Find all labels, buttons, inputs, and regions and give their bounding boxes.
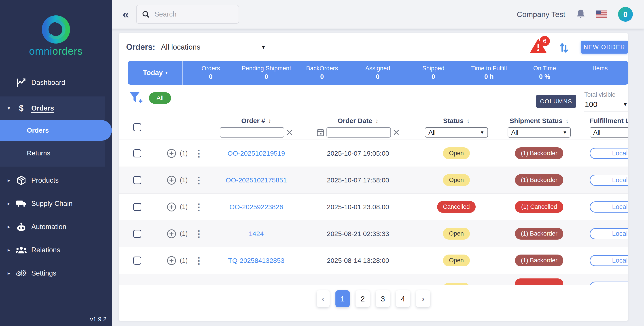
- pagination-page-4[interactable]: 4: [396, 290, 410, 307]
- row-checkbox[interactable]: [133, 149, 141, 158]
- stat-assigned: Assigned 0: [350, 61, 406, 85]
- shipment-status-badge: (1) Backorder: [515, 255, 563, 266]
- column-shipment-status: Shipment Status↕ All ▼: [494, 117, 584, 138]
- pagination-page-1[interactable]: 1: [336, 290, 350, 307]
- order-number-link[interactable]: OO-2025102175851: [226, 176, 287, 184]
- location-dropdown[interactable]: All locations ▼: [161, 43, 266, 51]
- order-number-link[interactable]: 1424: [249, 230, 264, 237]
- sidebar-item-settings[interactable]: ▸ ⚙⚙ Settings: [0, 262, 112, 285]
- page-header-actions: 6 NEW ORDER: [530, 39, 628, 56]
- fulfillment-filter-select[interactable]: All: [590, 127, 628, 138]
- search-input[interactable]: [154, 10, 228, 18]
- status-badge: Open: [443, 147, 470, 159]
- sort-column-icon[interactable]: ↕: [467, 118, 470, 124]
- row-menu-icon[interactable]: ⋮: [194, 256, 203, 265]
- expand-plus-icon[interactable]: [167, 256, 176, 265]
- stat-items: Items: [572, 61, 628, 85]
- order-number-filter-input[interactable]: [220, 127, 284, 138]
- global-search[interactable]: [136, 5, 239, 24]
- status-filter-select[interactable]: All ▼: [425, 127, 488, 138]
- chevron-down-icon: ▼: [623, 102, 628, 107]
- select-all-checkbox[interactable]: [133, 123, 141, 131]
- pagination-next-button[interactable]: ›: [416, 290, 430, 307]
- row-menu-icon[interactable]: ⋮: [194, 202, 203, 211]
- calendar-icon[interactable]: [317, 128, 324, 137]
- status-badge: Cancelled: [437, 201, 476, 213]
- order-date-filter-input[interactable]: [326, 127, 391, 138]
- fulfillment-badge[interactable]: Local: [590, 255, 628, 266]
- expand-plus-icon[interactable]: [167, 149, 176, 158]
- pagination-page-3[interactable]: 3: [376, 290, 390, 307]
- order-number-link[interactable]: TQ-202584132853: [228, 257, 284, 264]
- period-dropdown[interactable]: Today ▾: [128, 61, 183, 85]
- expand-plus-icon[interactable]: [167, 229, 176, 238]
- row-menu-icon[interactable]: ⋮: [194, 149, 203, 158]
- chevron-down-icon: ▾: [8, 105, 14, 111]
- content-area: Orders: All locations ▼ 6 NEW ORDER: [112, 29, 644, 326]
- stat-orders: Orders 0: [183, 61, 238, 85]
- filter-chip-all[interactable]: All: [149, 92, 171, 104]
- clear-filter-icon[interactable]: [393, 129, 399, 136]
- row-checkbox[interactable]: [133, 203, 141, 211]
- sidebar-label-products: Products: [31, 176, 58, 184]
- main-area: « Company Test: [112, 0, 644, 326]
- sidebar-item-dashboard[interactable]: Dashboard: [0, 71, 112, 94]
- pagination-page-2[interactable]: 2: [356, 290, 370, 307]
- new-order-button[interactable]: NEW ORDER: [581, 41, 628, 54]
- sort-column-icon[interactable]: ↕: [566, 118, 569, 124]
- chevron-down-icon: ▼: [562, 130, 567, 135]
- shipment-status-filter-select[interactable]: All ▼: [508, 127, 571, 138]
- sort-orders-icon[interactable]: [559, 41, 569, 53]
- sidebar-label-orders: Orders: [31, 104, 54, 112]
- expand-plus-icon[interactable]: [167, 175, 176, 185]
- row-checkbox[interactable]: [133, 257, 141, 265]
- people-icon: [14, 246, 28, 254]
- table-row-partial: [119, 274, 628, 285]
- sort-column-icon[interactable]: ↕: [376, 118, 378, 124]
- pagination-prev-button[interactable]: ‹: [317, 290, 330, 307]
- fulfillment-badge[interactable]: Local: [590, 228, 628, 239]
- sidebar-item-products[interactable]: ▸ Products: [0, 169, 112, 192]
- page-title: Orders:: [126, 42, 155, 52]
- sidebar-label-supply-chain: Supply Chain: [31, 200, 72, 208]
- sidebar-subitem-orders[interactable]: Orders: [0, 120, 112, 141]
- fulfillment-badge: [590, 282, 628, 285]
- sidebar-collapse-icon[interactable]: «: [122, 8, 129, 20]
- alerts-warning-icon[interactable]: 6: [530, 39, 547, 56]
- chevron-right-icon: ▸: [8, 247, 14, 253]
- order-number-link[interactable]: OO-20259223826: [230, 203, 283, 211]
- table-row: (1) ⋮ OO-20259223826 2025-10-01 23:08:00…: [119, 194, 628, 220]
- row-menu-icon[interactable]: ⋮: [194, 176, 203, 185]
- order-number-link[interactable]: OO-202510219519: [228, 150, 285, 157]
- add-filter-icon[interactable]: [129, 91, 143, 104]
- header-checkbox-cell: [119, 123, 157, 131]
- shipment-status-badge: (1) Backorder: [515, 174, 563, 186]
- total-visible-dropdown[interactable]: 100 ▼: [584, 98, 628, 111]
- user-avatar[interactable]: 0: [618, 7, 633, 22]
- company-name[interactable]: Company Test: [517, 10, 565, 19]
- sidebar-subitem-returns[interactable]: Returns: [0, 143, 105, 163]
- sidebar-item-supply-chain[interactable]: ▸ Supply Chain: [0, 192, 112, 215]
- chevron-right-icon: ▸: [8, 270, 14, 276]
- row-checkbox[interactable]: [133, 176, 141, 184]
- fulfillment-badge[interactable]: Local: [590, 175, 628, 186]
- expand-plus-icon[interactable]: [167, 202, 176, 212]
- chevron-down-icon: ▼: [480, 130, 484, 135]
- sidebar-item-orders[interactable]: ▾ $ Orders: [0, 99, 105, 118]
- order-date: 2025-10-07 17:58:00: [298, 176, 418, 184]
- sort-column-icon[interactable]: ↕: [268, 118, 272, 124]
- language-flag-icon[interactable]: [596, 10, 607, 18]
- columns-button[interactable]: COLUMNS: [536, 95, 576, 108]
- fulfillment-badge[interactable]: Local: [590, 148, 628, 159]
- row-checkbox[interactable]: [133, 230, 141, 238]
- row-menu-icon[interactable]: ⋮: [194, 229, 203, 238]
- pagination: ‹ 1 2 3 4 ›: [119, 285, 628, 312]
- stat-on-time: On Time 0 %: [517, 61, 572, 85]
- orders-card: Orders: All locations ▼ 6 NEW ORDER: [119, 33, 628, 321]
- sidebar-item-automation[interactable]: ▸ Automation: [0, 215, 112, 238]
- notifications-bell-icon[interactable]: [576, 9, 586, 20]
- clear-filter-icon[interactable]: [286, 129, 293, 136]
- sidebar-item-relations[interactable]: ▸ Relations: [0, 238, 112, 262]
- fulfillment-badge[interactable]: Local: [590, 201, 628, 213]
- line-count: (1): [180, 150, 188, 157]
